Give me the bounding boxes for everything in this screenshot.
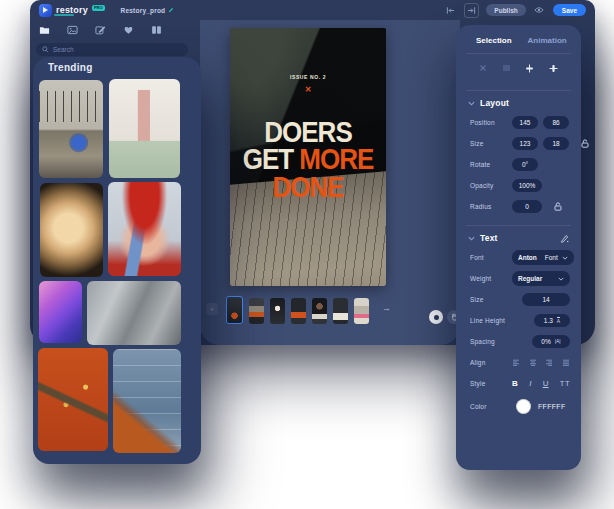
- logo-tagline: [54, 14, 74, 16]
- page-thumbnail-4[interactable]: [291, 298, 306, 324]
- font-row: Font Anton Font: [456, 247, 581, 268]
- inspector-tabs: Selection Animation: [456, 25, 581, 45]
- position-y-field[interactable]: 86: [543, 116, 569, 129]
- opacity-row: Opacity 100%: [456, 175, 581, 196]
- search-icon: [42, 46, 49, 53]
- align-justify-icon[interactable]: [562, 359, 570, 366]
- poster-artboard[interactable]: ISSUE NO. 2 ✕ DOERS GET MORE DONE: [230, 28, 386, 286]
- italic-button[interactable]: I: [529, 379, 531, 388]
- underline-button[interactable]: U: [543, 379, 549, 388]
- letter-spacing-icon: |A|: [555, 339, 561, 344]
- record-button[interactable]: [429, 310, 443, 324]
- color-row: Color FFFFFF: [456, 394, 581, 418]
- quick-actions: [456, 54, 581, 82]
- topbar-actions: Publish Save: [444, 3, 586, 18]
- radius-field[interactable]: 0: [512, 200, 542, 213]
- chevron-down-icon: [558, 277, 564, 281]
- trending-image-champagne-still-life[interactable]: [109, 79, 180, 178]
- text-section-header[interactable]: Text: [456, 226, 581, 247]
- poster-issue-label[interactable]: ISSUE NO. 2: [230, 74, 386, 80]
- align-row: Align: [456, 352, 581, 373]
- layout-columns-icon[interactable]: [150, 24, 162, 36]
- align-horizontal-center-icon[interactable]: [549, 64, 558, 73]
- page-thumbnail-7[interactable]: [354, 298, 369, 324]
- align-vertical-center-icon[interactable]: [525, 64, 534, 73]
- font-size-row: Size 14: [456, 289, 581, 310]
- trending-panel: Trending: [33, 57, 201, 464]
- next-pages-button[interactable]: →: [382, 303, 391, 313]
- trending-image-orange-branch[interactable]: [38, 348, 108, 451]
- left-toolbar: [36, 24, 162, 36]
- trending-image-utensils-wall-desk[interactable]: [39, 80, 103, 178]
- redo-icon[interactable]: [464, 3, 479, 18]
- heart-icon[interactable]: [122, 24, 134, 36]
- chevron-down-icon: [562, 256, 568, 260]
- trending-image-red-hat-portrait[interactable]: [108, 182, 181, 276]
- page-thumbnail-6[interactable]: [333, 298, 348, 324]
- align-center-icon[interactable]: [529, 359, 537, 366]
- layout-section-title: Layout: [480, 98, 509, 108]
- project-name: Restory_prod: [121, 7, 166, 14]
- size-row: Size 123 18: [456, 133, 581, 154]
- align-right-icon[interactable]: [545, 359, 553, 366]
- position-x-field[interactable]: 145: [512, 116, 538, 129]
- font-size-field[interactable]: 14: [522, 293, 570, 306]
- inspector-panel: Selection Animation Layout Position: [456, 25, 581, 470]
- project-title[interactable]: Restory_prod: [121, 7, 175, 14]
- text-section-title: Text: [480, 233, 498, 243]
- search-box[interactable]: [36, 43, 188, 56]
- trending-image-purple-abstract[interactable]: [39, 281, 82, 343]
- opacity-field[interactable]: 100%: [512, 179, 542, 192]
- image-icon[interactable]: [66, 24, 78, 36]
- align-left-icon[interactable]: [512, 359, 520, 366]
- poster-x-marker[interactable]: ✕: [230, 85, 386, 94]
- pages-strip: [226, 296, 369, 324]
- undo-icon[interactable]: [444, 4, 457, 17]
- logo-badge: PRO: [92, 5, 105, 11]
- layout-section-header[interactable]: Layout: [456, 91, 581, 112]
- screenshot-stage: restory PRO Restory_prod Publish: [0, 0, 614, 509]
- letter-spacing-field[interactable]: 0% |A|: [532, 335, 570, 348]
- rotate-field[interactable]: 0°: [512, 158, 538, 171]
- position-row: Position 145 86: [456, 112, 581, 133]
- eye-icon[interactable]: [533, 4, 546, 17]
- distribute-icon[interactable]: [502, 64, 511, 72]
- color-hex-value: FFFFFF: [538, 403, 565, 410]
- trending-image-brick-wall-climber[interactable]: [113, 349, 181, 453]
- search-input[interactable]: [53, 46, 182, 53]
- tab-animation[interactable]: Animation: [528, 36, 567, 45]
- chevron-down-icon: [468, 101, 475, 106]
- lock-icon[interactable]: [554, 202, 562, 211]
- headline-line-3: DONE: [230, 173, 386, 201]
- folder-icon[interactable]: [38, 24, 50, 36]
- weight-dropdown[interactable]: Regular: [512, 271, 570, 286]
- font-dropdown[interactable]: Anton Font: [512, 250, 574, 265]
- top-bar: restory PRO Restory_prod Publish: [30, 0, 595, 20]
- save-button[interactable]: Save: [553, 4, 586, 16]
- publish-button[interactable]: Publish: [486, 4, 525, 16]
- bold-button[interactable]: B: [512, 379, 518, 388]
- text-settings-icon[interactable]: [560, 234, 569, 243]
- compose-icon[interactable]: [94, 24, 106, 36]
- edit-pencil-icon[interactable]: [168, 7, 174, 13]
- tab-selection[interactable]: Selection: [476, 36, 512, 45]
- size-width-field[interactable]: 123: [512, 137, 538, 150]
- delete-icon[interactable]: [479, 64, 487, 72]
- trending-image-cream-rose[interactable]: [40, 183, 103, 277]
- uppercase-button[interactable]: TT: [560, 379, 570, 388]
- page-thumbnail-2[interactable]: [249, 298, 264, 324]
- line-height-icon: A: [557, 317, 560, 324]
- page-thumbnail-3[interactable]: [270, 298, 285, 324]
- size-height-field[interactable]: 18: [543, 137, 569, 150]
- page-thumbnail-1-selected[interactable]: [226, 296, 243, 324]
- lock-icon[interactable]: [581, 139, 589, 148]
- page-thumbnail-5[interactable]: [312, 298, 327, 324]
- app-logo[interactable]: restory PRO: [39, 4, 105, 17]
- line-height-field[interactable]: 1.3 A: [534, 314, 570, 327]
- color-swatch[interactable]: [516, 399, 531, 414]
- trending-title: Trending: [48, 62, 93, 73]
- add-page-button[interactable]: +: [206, 303, 218, 315]
- trending-image-glass-table-interior[interactable]: [87, 281, 181, 345]
- poster-headline[interactable]: DOERS GET MORE DONE: [230, 118, 386, 201]
- chevron-down-icon: [468, 236, 475, 241]
